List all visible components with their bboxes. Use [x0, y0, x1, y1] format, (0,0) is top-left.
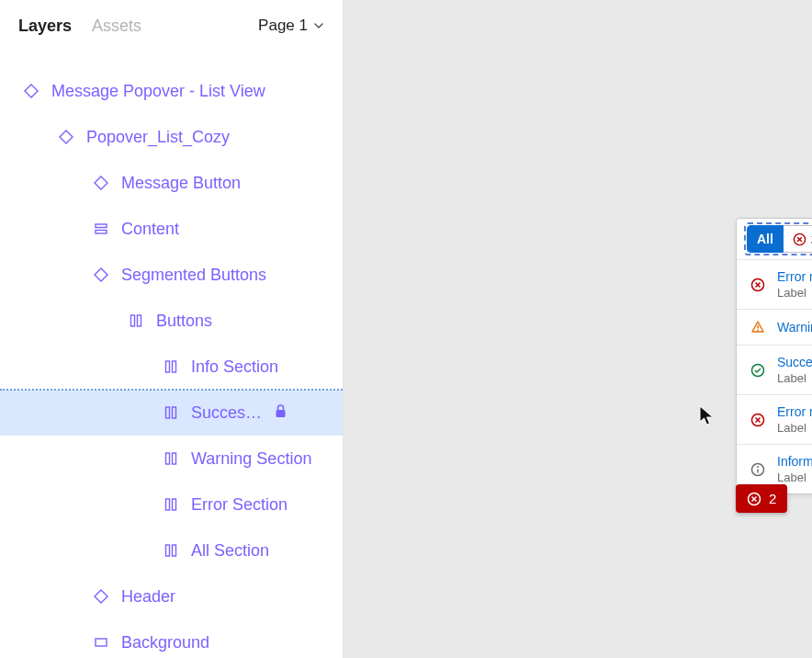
layer-row[interactable]: Background	[0, 619, 343, 658]
error-icon	[793, 233, 806, 246]
layer-label: Segmented Buttons	[121, 266, 266, 285]
message-title: Error message short text	[777, 404, 812, 419]
chevron-down-icon	[313, 20, 324, 31]
layer-cols-icon	[162, 405, 180, 420]
error-badge-button[interactable]: 2	[736, 484, 787, 513]
message-title: Error message short text	[777, 269, 812, 284]
layer-label: Warning Section	[191, 449, 311, 469]
layers-panel: Layers Assets Page 1 Message Popover - L…	[0, 0, 344, 658]
layer-diamond-icon	[57, 130, 75, 144]
message-body: Warning message short text	[777, 320, 812, 335]
layer-label: Succes…	[191, 403, 262, 423]
layer-label: Content	[121, 220, 179, 239]
svg-rect-15	[96, 639, 107, 646]
svg-rect-14	[173, 545, 176, 556]
layer-label: Buttons	[156, 312, 212, 331]
layer-row[interactable]: Message Button	[0, 160, 343, 206]
layer-label: Info Section	[191, 357, 278, 377]
layer-label: Error Section	[191, 495, 288, 515]
layer-row[interactable]: All Section	[0, 528, 343, 573]
message-body: Error message short textLabel	[777, 269, 812, 300]
layer-row[interactable]: Message Popover - List View	[0, 68, 343, 114]
message-title: Information message short text	[777, 454, 812, 469]
layer-diamond-icon	[92, 267, 110, 282]
segment-error[interactable]: 2	[784, 225, 812, 253]
svg-rect-1	[96, 231, 107, 234]
svg-rect-3	[138, 315, 141, 326]
layer-cols-icon	[162, 497, 180, 512]
message-row[interactable]: Success message short textLabel1	[737, 346, 812, 395]
layer-row[interactable]: Error Section	[0, 482, 343, 528]
segmented-buttons-selection: All 2 1	[744, 222, 812, 255]
panel-tabs: Layers Assets	[18, 17, 141, 36]
message-body: Information message short textLabel	[777, 454, 812, 484]
layer-row[interactable]: Info Section	[0, 344, 343, 390]
message-list: Error message short textLabel1Warning me…	[737, 259, 812, 493]
message-row[interactable]: Warning message short text	[737, 310, 812, 346]
layer-cols-icon	[127, 313, 145, 328]
layer-label: Message Button	[121, 174, 241, 193]
tab-layers[interactable]: Layers	[18, 17, 72, 36]
layer-cols-icon	[162, 451, 180, 466]
svg-rect-9	[166, 453, 170, 464]
message-subtitle: Label	[777, 471, 812, 484]
message-row[interactable]: Error message short textLabel1	[737, 260, 812, 310]
error-icon	[748, 413, 768, 427]
popover-header: All 2 1	[737, 219, 812, 259]
svg-rect-8	[276, 410, 286, 417]
layer-row[interactable]: Content	[0, 206, 343, 252]
svg-point-29	[757, 466, 759, 468]
success-icon	[748, 363, 768, 378]
segment-all-label: All	[757, 232, 773, 246]
segmented-buttons: All 2 1	[747, 225, 812, 253]
layer-diamond-icon	[22, 84, 40, 98]
layer-row[interactable]: Warning Section	[0, 436, 343, 482]
page-dropdown[interactable]: Page 1	[258, 17, 324, 35]
message-popover: All 2 1	[736, 218, 812, 494]
message-subtitle: Label	[777, 421, 812, 435]
message-subtitle: Label	[777, 286, 812, 300]
tab-assets[interactable]: Assets	[92, 17, 141, 36]
layer-diamond-icon	[92, 589, 110, 604]
segment-all[interactable]: All	[747, 225, 784, 253]
layer-label: Header	[121, 587, 175, 607]
layer-row[interactable]: Buttons	[0, 298, 343, 344]
layer-label: Popover_List_Cozy	[86, 128, 230, 147]
layer-diamond-icon	[92, 176, 110, 190]
svg-rect-4	[166, 361, 170, 372]
canvas[interactable]: All 2 1	[344, 0, 812, 658]
layer-row[interactable]: Popover_List_Cozy	[0, 114, 343, 160]
layer-rows-icon	[92, 221, 110, 236]
error-icon	[748, 278, 768, 292]
page-label: Page 1	[258, 17, 308, 35]
svg-rect-13	[166, 545, 170, 556]
message-body: Error message short textLabel	[777, 404, 812, 435]
layer-cols-icon	[162, 359, 180, 374]
svg-rect-5	[173, 361, 176, 372]
svg-rect-6	[166, 407, 170, 418]
svg-rect-10	[173, 453, 176, 464]
svg-point-25	[757, 330, 759, 332]
error-badge-count: 2	[769, 491, 776, 506]
layer-tree[interactable]: Message Popover - List ViewPopover_List_…	[0, 51, 343, 658]
layer-rect-icon	[92, 635, 110, 650]
svg-rect-0	[96, 224, 107, 228]
svg-rect-2	[131, 315, 135, 326]
svg-rect-7	[173, 407, 176, 418]
layer-label: Background	[121, 633, 209, 652]
svg-rect-12	[173, 499, 176, 510]
message-row[interactable]: Error message short textLabel2	[737, 395, 812, 445]
message-body: Success message short textLabel	[777, 355, 812, 385]
info-icon	[748, 462, 768, 477]
layer-row[interactable]: Header	[0, 573, 343, 619]
layer-cols-icon	[162, 543, 180, 558]
layer-label: Message Popover - List View	[51, 82, 265, 101]
panel-header: Layers Assets Page 1	[0, 0, 343, 51]
message-title: Warning message short text	[777, 320, 812, 335]
layer-row[interactable]: Succes…	[0, 390, 343, 436]
svg-rect-11	[166, 499, 170, 510]
layer-row[interactable]: Segmented Buttons	[0, 252, 343, 298]
message-title: Success message short text	[777, 355, 812, 369]
message-subtitle: Label	[777, 371, 812, 385]
lock-icon	[275, 403, 287, 423]
